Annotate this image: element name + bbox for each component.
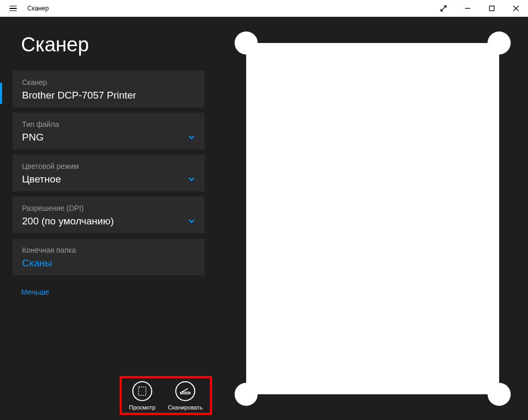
menu-icon[interactable] <box>9 6 17 12</box>
scanner-label: Сканер <box>22 78 195 87</box>
svg-rect-1 <box>490 6 494 11</box>
filetype-value: PNG <box>22 132 44 143</box>
less-link[interactable]: Меньше <box>0 281 217 304</box>
scan-button[interactable]: Сканировать <box>168 381 203 411</box>
colormode-value: Цветное <box>22 174 61 185</box>
dpi-label: Разрешение (DPI) <box>22 204 195 212</box>
preview-area <box>217 17 528 420</box>
crop-handle-bottom-left[interactable] <box>235 383 258 406</box>
colormode-label: Цветовой режим <box>22 162 195 170</box>
colormode-setting[interactable]: Цветовой режим Цветное <box>13 155 205 191</box>
filetype-setting[interactable]: Тип файла PNG <box>13 113 205 149</box>
dpi-value: 200 (по умолчанию) <box>22 216 114 227</box>
window-controls <box>431 0 528 17</box>
sidebar: Сканер Сканер Brother DCP-7057 Printer Т… <box>0 17 217 420</box>
action-bar: Просмотр Сканировать <box>120 376 212 415</box>
maximize-button[interactable] <box>480 0 504 17</box>
destination-setting[interactable]: Конечная папка Сканы <box>13 239 205 275</box>
content: Сканер Сканер Brother DCP-7057 Printer Т… <box>0 17 528 420</box>
scan-label: Сканировать <box>168 404 203 411</box>
chevron-down-icon <box>188 175 195 184</box>
edge-marker <box>0 83 2 104</box>
window-title: Сканер <box>27 5 49 12</box>
scan-icon <box>175 381 195 401</box>
fullscreen-button[interactable] <box>431 0 456 17</box>
page-title: Сканер <box>0 34 217 71</box>
dpi-setting[interactable]: Разрешение (DPI) 200 (по умолчанию) <box>13 197 205 233</box>
minimize-button[interactable] <box>456 0 480 17</box>
destination-value: Сканы <box>22 257 52 269</box>
filetype-label: Тип файла <box>22 120 195 128</box>
preview-button[interactable]: Просмотр <box>129 381 155 411</box>
preview-page[interactable] <box>246 43 499 394</box>
scanner-value: Brother DCP-7057 Printer <box>22 90 136 101</box>
crop-handle-bottom-right[interactable] <box>488 383 511 406</box>
crop-handle-top-right[interactable] <box>488 31 511 55</box>
svg-rect-2 <box>139 387 146 395</box>
preview-icon <box>132 381 152 401</box>
chevron-down-icon <box>188 133 195 142</box>
preview-label: Просмотр <box>129 404 155 411</box>
close-button[interactable] <box>504 0 528 17</box>
crop-handle-top-left[interactable] <box>235 31 258 55</box>
destination-label: Конечная папка <box>22 246 195 254</box>
titlebar: Сканер <box>0 0 528 17</box>
chevron-down-icon <box>188 217 195 225</box>
titlebar-left: Сканер <box>0 5 49 12</box>
scanner-setting[interactable]: Сканер Brother DCP-7057 Printer <box>13 71 205 107</box>
